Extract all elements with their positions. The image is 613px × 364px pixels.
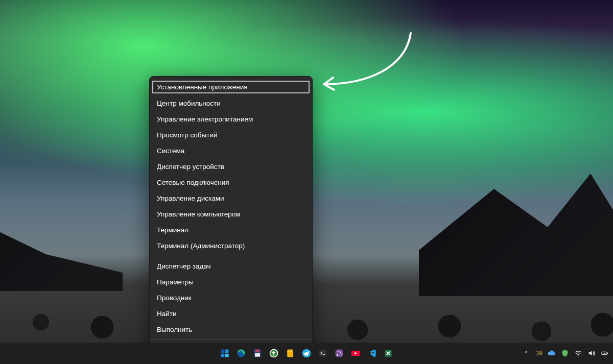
start-icon[interactable] [218,347,231,360]
power-icon[interactable] [601,349,609,357]
green-app-icon[interactable] [267,347,280,360]
volume-icon[interactable] [587,349,596,357]
weather-icon[interactable] [548,349,556,357]
tray-overflow-chevron[interactable]: ^ [522,349,530,357]
excel-icon[interactable] [382,347,395,360]
menu-item-label: Терминал [157,226,188,234]
winx-context-menu: Установленные приложенияЦентр мобильност… [149,76,313,364]
menu-item-label: Диспетчер устройств [157,162,224,171]
menu-item-8[interactable]: Управление компьютером [150,206,312,222]
menu-item-label: Управление электропитанием [157,115,253,124]
floppy-icon[interactable] [251,347,264,360]
menu-item-16[interactable]: Выполнить [150,322,312,337]
menu-item-label: Выполнить [157,325,192,334]
menu-item-label: Терминал (Администратор) [157,241,245,250]
menu-item-0[interactable]: Установленные приложения [151,80,311,94]
menu-item-13[interactable]: Параметры [150,274,312,290]
menu-item-label: Центр мобильности [157,99,221,108]
menu-item-label: Параметры [157,278,194,286]
menu-item-label: Управление дисками [157,194,224,203]
menu-item-12[interactable]: Диспетчер задач [150,258,312,274]
svg-rect-10 [287,350,293,357]
menu-item-9[interactable]: Терминал [150,222,312,238]
wifi-icon[interactable] [574,349,582,357]
menu-separator [150,339,312,340]
menu-item-10[interactable]: Терминал (Администратор) [150,238,312,254]
edge-icon[interactable] [234,347,248,360]
menu-item-label: Проводник [157,294,192,302]
viber-icon[interactable] [333,347,346,360]
menu-item-14[interactable]: Проводник [150,290,312,306]
security-icon[interactable] [561,349,569,357]
menu-item-label: Диспетчер задач [157,262,211,271]
vscode-icon[interactable] [365,347,379,360]
menu-item-label: Просмотр событий [157,131,218,139]
taskbar: ^ 39 [0,343,613,364]
tray-temperature[interactable]: 39 [535,350,543,357]
taskbar-center [218,347,395,360]
menu-item-label: Установленные приложения [157,83,248,91]
menu-item-2[interactable]: Управление электропитанием [150,111,312,127]
youtube-icon[interactable] [349,347,362,360]
svg-rect-11 [289,351,292,352]
menu-item-label: Сетевые подключения [157,178,229,187]
menu-item-label: Система [157,147,184,155]
menu-item-5[interactable]: Диспетчер устройств [150,159,312,175]
menu-separator [150,256,312,256]
svg-rect-14 [336,350,343,357]
yellow-app-icon[interactable] [284,347,297,360]
menu-item-4[interactable]: Система [150,143,312,159]
svg-rect-0 [221,350,225,353]
menu-item-label: Управление компьютером [157,210,241,219]
telegram-icon[interactable] [300,347,313,360]
system-tray: ^ 39 [522,349,609,357]
menu-item-label: Найти [157,309,177,318]
svg-rect-2 [221,354,225,357]
menu-item-1[interactable]: Центр мобильности [150,95,312,111]
terminal-icon[interactable] [316,347,329,360]
svg-point-15 [337,354,338,356]
svg-rect-13 [319,350,327,356]
menu-item-7[interactable]: Управление дисками [150,190,312,206]
svg-rect-20 [607,353,608,354]
svg-rect-7 [255,353,260,357]
svg-point-18 [578,355,579,356]
svg-rect-3 [225,354,229,357]
svg-rect-1 [225,350,229,353]
menu-item-15[interactable]: Найти [150,306,312,322]
svg-rect-6 [255,350,260,352]
menu-item-3[interactable]: Просмотр событий [150,127,312,143]
menu-item-6[interactable]: Сетевые подключения [150,175,312,190]
